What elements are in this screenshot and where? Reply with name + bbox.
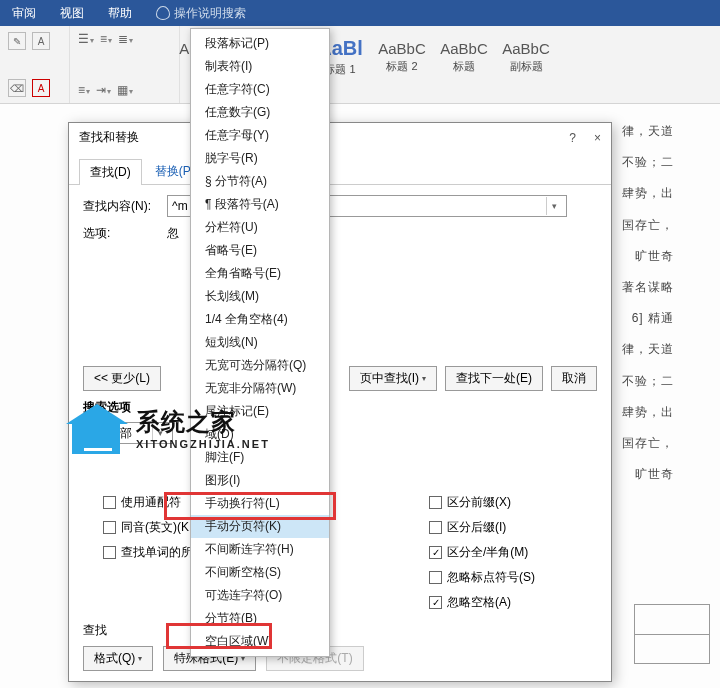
tab-review[interactable]: 审阅 bbox=[12, 5, 36, 22]
special-menu-item[interactable]: 脱字号(R) bbox=[191, 147, 329, 170]
special-menu-item[interactable]: 分栏符(U) bbox=[191, 216, 329, 239]
special-menu-item[interactable]: 空白区域(W) bbox=[191, 630, 329, 653]
bullets-icon[interactable]: ☰▾ bbox=[78, 32, 94, 46]
find-value: ^m bbox=[172, 199, 188, 213]
numbering-icon[interactable]: ≡▾ bbox=[100, 32, 112, 46]
special-menu-item[interactable]: ¶ 段落符号(A) bbox=[191, 193, 329, 216]
cancel-button[interactable]: 取消 bbox=[551, 366, 597, 391]
check-word-forms[interactable]: 查找单词的所 bbox=[103, 544, 193, 561]
search-options-heading: 搜索选项 bbox=[83, 399, 597, 416]
style-heading2[interactable]: AaBbC标题 2 bbox=[372, 30, 432, 84]
special-menu-item[interactable]: 全角省略号(E) bbox=[191, 262, 329, 285]
special-menu-item[interactable]: 尾注标记(E) bbox=[191, 400, 329, 423]
less-button[interactable]: << 更少(L) bbox=[83, 366, 161, 391]
bottom-section-label: 查找 bbox=[83, 622, 107, 639]
dialog-title: 查找和替换 bbox=[79, 129, 139, 146]
tab-find[interactable]: 查找(D) bbox=[79, 159, 142, 185]
ribbon-body: ✎ A ⌫ A ☰▾ ≡▾ ≣▾ ≡▾ ⇥▾ ▦▾ AaBbCcDc↓ 正文 A… bbox=[0, 26, 720, 104]
dialog-tabs: 查找(D) 替换(P bbox=[69, 152, 611, 185]
check-fullhalf[interactable]: ✓区分全/半角(M) bbox=[429, 544, 535, 561]
multilevel-icon[interactable]: ≣▾ bbox=[118, 32, 133, 46]
find-replace-dialog: 查找和替换 ? × 查找(D) 替换(P 查找内容(N): ^m ▾ 选项: 忽… bbox=[68, 122, 612, 682]
special-menu-item[interactable]: 不间断连字符(H) bbox=[191, 538, 329, 561]
find-in-button[interactable]: 页中查找(I)▾ bbox=[349, 366, 437, 391]
help-button[interactable]: ? bbox=[569, 131, 576, 145]
indent-icon[interactable]: ⇥▾ bbox=[96, 83, 111, 97]
find-next-button[interactable]: 查找下一处(E) bbox=[445, 366, 543, 391]
font-color-icon[interactable]: A bbox=[32, 79, 50, 97]
special-menu-item[interactable]: 任意字符(C) bbox=[191, 78, 329, 101]
style-title[interactable]: AaBbC标题 bbox=[434, 30, 494, 84]
search-label: 操作说明搜索 bbox=[174, 5, 246, 22]
special-format-menu: 段落标记(P)制表符(I)任意字符(C)任意数字(G)任意字母(Y)脱字号(R)… bbox=[190, 28, 330, 657]
format-button[interactable]: 格式(Q)▾ bbox=[83, 646, 153, 671]
chevron-down-icon[interactable]: ▾ bbox=[546, 197, 562, 215]
ribbon-tabs: 审阅 视图 帮助 操作说明搜索 bbox=[0, 0, 720, 26]
tell-me-search[interactable]: 操作说明搜索 bbox=[156, 5, 246, 22]
find-label: 查找内容(N): bbox=[83, 198, 161, 215]
options-value: 忽 bbox=[167, 225, 179, 242]
special-menu-item[interactable]: 任意字母(Y) bbox=[191, 124, 329, 147]
special-menu-item[interactable]: 无宽非分隔符(W) bbox=[191, 377, 329, 400]
special-menu-item[interactable]: 段落标记(P) bbox=[191, 32, 329, 55]
special-menu-item[interactable]: 无宽可选分隔符(Q) bbox=[191, 354, 329, 377]
clear-format-icon[interactable]: ⌫ bbox=[8, 79, 26, 97]
special-menu-item[interactable]: 分节符(B) bbox=[191, 607, 329, 630]
border-icon[interactable]: ▦▾ bbox=[117, 83, 133, 97]
special-menu-item[interactable]: 任意数字(G) bbox=[191, 101, 329, 124]
close-button[interactable]: × bbox=[594, 131, 601, 145]
table-outline bbox=[634, 604, 710, 664]
check-prefix[interactable]: 区分前缀(X) bbox=[429, 494, 535, 511]
style-subtitle[interactable]: AaBbC副标题 bbox=[496, 30, 556, 84]
special-menu-item[interactable]: 可选连字符(O) bbox=[191, 584, 329, 607]
special-menu-item[interactable]: 脚注(F) bbox=[191, 446, 329, 469]
special-menu-item[interactable]: 域(D) bbox=[191, 423, 329, 446]
special-menu-item[interactable]: 不间断空格(S) bbox=[191, 561, 329, 584]
special-menu-item[interactable]: § 分节符(A) bbox=[191, 170, 329, 193]
check-sounds-like[interactable]: 同音(英文)(K bbox=[103, 519, 193, 536]
check-suffix[interactable]: 区分后缀(I) bbox=[429, 519, 535, 536]
special-menu-item[interactable]: 手动换行符(L) bbox=[191, 492, 329, 515]
special-menu-item[interactable]: 手动分页符(K) bbox=[191, 515, 329, 538]
special-menu-item[interactable]: 图形(I) bbox=[191, 469, 329, 492]
font-box-icon[interactable]: A bbox=[32, 32, 50, 50]
special-menu-item[interactable]: 制表符(I) bbox=[191, 55, 329, 78]
options-label: 选项: bbox=[83, 225, 161, 242]
align-icon[interactable]: ≡▾ bbox=[78, 83, 90, 97]
special-menu-item[interactable]: 省略号(E) bbox=[191, 239, 329, 262]
tab-help[interactable]: 帮助 bbox=[108, 5, 132, 22]
tab-view[interactable]: 视图 bbox=[60, 5, 84, 22]
check-wildcards[interactable]: 使用通配符 bbox=[103, 494, 193, 511]
check-ignore-punct[interactable]: 忽略标点符号(S) bbox=[429, 569, 535, 586]
special-menu-item[interactable]: 长划线(M) bbox=[191, 285, 329, 308]
lightbulb-icon bbox=[156, 6, 170, 20]
special-menu-item[interactable]: 短划线(N) bbox=[191, 331, 329, 354]
search-scope-select[interactable]: 全部▾ bbox=[103, 422, 173, 444]
special-menu-item[interactable]: 1/4 全角空格(4) bbox=[191, 308, 329, 331]
clipboard-icon[interactable]: ✎ bbox=[8, 32, 26, 50]
check-ignore-space[interactable]: ✓忽略空格(A) bbox=[429, 594, 535, 611]
